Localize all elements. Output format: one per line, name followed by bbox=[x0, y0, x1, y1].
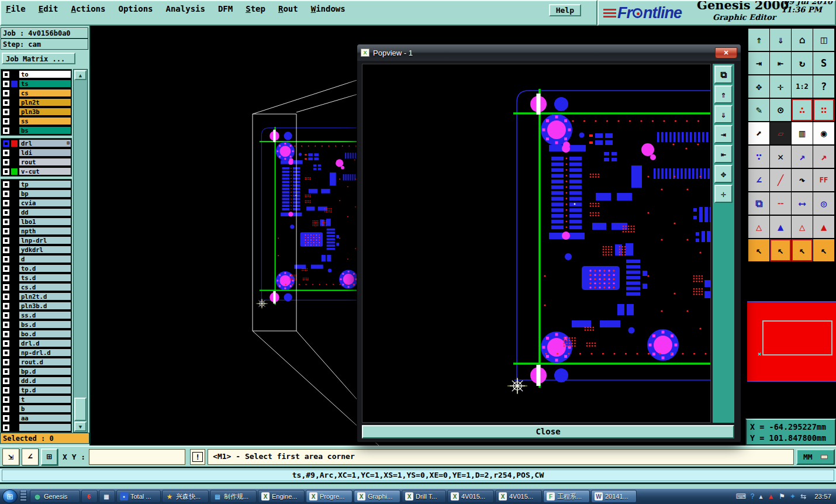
layer-label[interactable]: d bbox=[19, 255, 71, 263]
netlist-top-button[interactable]: ∴ bbox=[792, 99, 813, 121]
layer-row-dd.d[interactable]: dd.d bbox=[1, 376, 71, 385]
menu-actions[interactable]: Actions bbox=[71, 4, 105, 13]
layer-row-aa[interactable]: aa bbox=[1, 413, 71, 423]
layer-checkbox[interactable] bbox=[3, 127, 9, 134]
prev-view-button[interactable]: ⇑ bbox=[748, 29, 769, 51]
origin-snap-button[interactable]: ⊙ bbox=[770, 99, 791, 121]
overview-viewport-rect[interactable] bbox=[762, 320, 832, 355]
layer-row-ts[interactable]: ts bbox=[1, 79, 71, 88]
layer-label[interactable]: cvia bbox=[19, 199, 71, 207]
layer-row-bp.d[interactable]: bp.d bbox=[1, 367, 71, 376]
flash-icon[interactable]: ✦ bbox=[790, 490, 796, 503]
layer-checkbox[interactable] bbox=[3, 406, 9, 412]
layer-row-v-cut[interactable]: v-cut bbox=[1, 167, 71, 176]
layer-checkbox[interactable] bbox=[3, 71, 9, 78]
layer-checkbox[interactable] bbox=[3, 396, 9, 403]
taskbar-item-flashfxp-icon[interactable]: F工程系... bbox=[543, 490, 590, 503]
layer-checkbox[interactable] bbox=[3, 340, 9, 347]
taskbar-item-20141[interactable]: W20141... bbox=[591, 490, 637, 503]
layer-label[interactable]: aa bbox=[19, 414, 71, 422]
snap-angle-button[interactable]: ∠ bbox=[22, 448, 39, 465]
menu-file[interactable]: File bbox=[6, 4, 26, 13]
triangle-arrow-2-button[interactable]: ▲ bbox=[770, 216, 791, 238]
next-view-button[interactable]: ⇓ bbox=[770, 29, 791, 51]
line-draw-button[interactable]: ╱ bbox=[770, 169, 791, 191]
layer-checkbox[interactable] bbox=[3, 81, 9, 87]
layer-label[interactable]: np-drl.d bbox=[19, 348, 71, 357]
layer-row-to[interactable]: to bbox=[1, 70, 71, 79]
zoom-in-window-button[interactable]: ⇥ bbox=[748, 52, 769, 74]
menu-rout[interactable]: Rout bbox=[278, 4, 298, 13]
start-button[interactable]: ⊞ bbox=[2, 489, 18, 503]
triangle-arrow-4-button[interactable]: ▲ bbox=[813, 216, 834, 238]
network-icon[interactable]: ⇆ bbox=[800, 490, 806, 503]
menu-options[interactable]: Options bbox=[118, 4, 153, 13]
layer-label[interactable]: rout.d bbox=[19, 358, 71, 366]
layer-label[interactable]: drl⊞ bbox=[19, 139, 71, 147]
rotate-view-button[interactable]: ↻ bbox=[792, 52, 813, 74]
menu-edit[interactable]: Edit bbox=[39, 4, 58, 13]
connect-dots-button[interactable]: ∵ bbox=[748, 146, 769, 168]
layer-row-cs.d[interactable]: cs.d bbox=[1, 282, 71, 292]
layer-row-ss.d[interactable]: ss.d bbox=[1, 310, 71, 320]
layer-row-rout[interactable]: rout bbox=[1, 157, 71, 167]
layer-label[interactable]: pln2t.d bbox=[19, 292, 71, 301]
layer-checkbox[interactable] bbox=[3, 284, 9, 291]
menu-dfm[interactable]: DFM bbox=[218, 4, 233, 13]
layer-checkbox[interactable] bbox=[3, 109, 9, 115]
layer-checkbox[interactable] bbox=[3, 99, 9, 106]
triangle-arrow-1-button[interactable]: △ bbox=[748, 216, 769, 238]
layer-label[interactable]: t bbox=[19, 395, 71, 403]
layer-row-d[interactable]: d bbox=[1, 254, 71, 264]
layer-checkbox[interactable] bbox=[3, 118, 9, 125]
setup-tools-button[interactable]: ✎ bbox=[748, 99, 769, 121]
taskbar-item-document-icon[interactable]: ▤制作规... bbox=[210, 490, 257, 503]
layer-checkbox[interactable] bbox=[3, 359, 9, 365]
layer-row-lnp-drl[interactable]: lnp-drl bbox=[1, 236, 71, 245]
popview-titlebar[interactable]: X Popview - 1 ✕ bbox=[357, 44, 741, 61]
taskbar-item-drillt[interactable]: XDrill T... bbox=[402, 490, 446, 503]
layer-row-drl.d[interactable]: drl.d bbox=[1, 339, 71, 348]
move-feature-button[interactable]: ↗ bbox=[813, 146, 834, 168]
layer-row-bo.d[interactable]: bo.d bbox=[1, 329, 71, 339]
layer-label[interactable]: pln3b.d bbox=[19, 302, 71, 310]
layer-checkbox[interactable] bbox=[3, 415, 9, 422]
layer-label[interactable] bbox=[19, 423, 71, 431]
select-single-button[interactable]: ↖ bbox=[748, 239, 769, 261]
layer-checkbox[interactable] bbox=[3, 387, 9, 393]
updates-icon[interactable]: ▴ bbox=[759, 490, 762, 503]
menu-help[interactable]: Help bbox=[549, 4, 581, 16]
layer-row-dd[interactable]: dd bbox=[1, 208, 71, 217]
layer-checkbox[interactable] bbox=[3, 303, 9, 309]
layer-checkbox[interactable] bbox=[3, 209, 9, 216]
layer-checkbox[interactable] bbox=[3, 275, 9, 281]
amd-icon[interactable]: ▲ bbox=[767, 490, 774, 503]
pop-fit-button[interactable]: ✥ bbox=[714, 165, 733, 183]
layer-label[interactable]: dd.d bbox=[19, 377, 71, 385]
layer-checkbox[interactable] bbox=[3, 378, 9, 384]
surface-create-button[interactable]: ◎ bbox=[813, 192, 834, 215]
triangle-arrow-3-button[interactable]: △ bbox=[792, 216, 813, 238]
taskbar-item-graphi[interactable]: XGraphi... bbox=[354, 490, 400, 503]
pop-expand-button[interactable]: ⇤ bbox=[714, 145, 733, 163]
layer-row-bs.d[interactable]: bs.d bbox=[1, 320, 71, 329]
layer-checkbox[interactable] bbox=[3, 181, 9, 188]
break-line-button[interactable]: ╌ bbox=[770, 192, 791, 215]
layer-checkbox[interactable] bbox=[3, 256, 9, 263]
layer-checkbox[interactable] bbox=[3, 200, 9, 206]
pop-zoom-in-button[interactable]: ⇑ bbox=[714, 85, 733, 103]
layer-label[interactable]: bp.d bbox=[19, 367, 71, 375]
taskbar-item-browser-6-icon[interactable]: 6 bbox=[81, 490, 98, 503]
polygon-edit-button[interactable]: ▱ bbox=[770, 122, 791, 144]
layer-row-cvia[interactable]: cvia bbox=[1, 198, 71, 208]
measure-distance-button[interactable]: ⟷ bbox=[792, 192, 813, 215]
layer-row-bp[interactable]: bp bbox=[1, 189, 71, 198]
layer-checkbox[interactable] bbox=[3, 168, 9, 175]
delete-feature-button[interactable]: ✕ bbox=[770, 146, 791, 168]
layer-row-drl[interactable]: drl⊞ bbox=[1, 139, 71, 148]
taskbar-item-4v015[interactable]: X4V015... bbox=[495, 490, 542, 503]
layer-checkbox[interactable] bbox=[3, 265, 9, 272]
layer-label[interactable]: pln3b bbox=[19, 108, 71, 116]
layer-label[interactable]: cs bbox=[19, 89, 71, 97]
taskbar-item-engine[interactable]: XEngine... bbox=[258, 490, 305, 503]
